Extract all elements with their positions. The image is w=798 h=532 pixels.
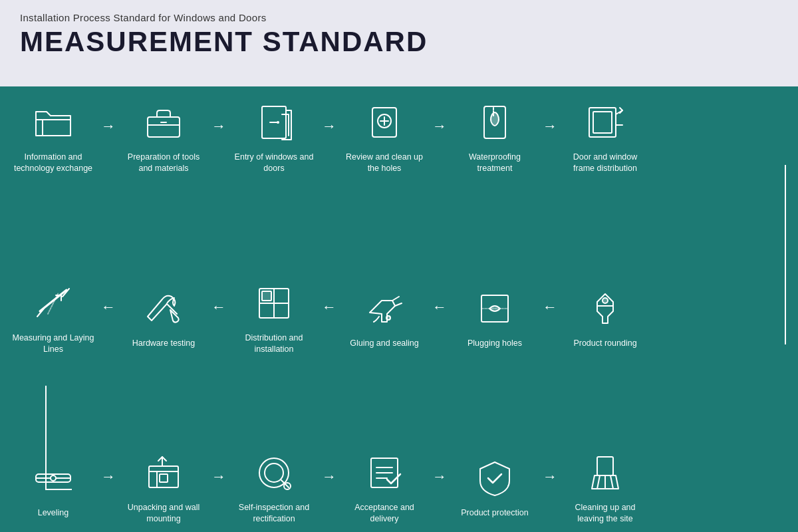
arrow: → [322, 118, 336, 135]
svg-point-23 [386, 316, 390, 320]
step-label: Leveling [38, 507, 69, 519]
step-frame-dist: Door and window frame distribution [559, 98, 652, 174]
wrench-screwdriver-icon [140, 285, 188, 332]
step-label: Door and window frame distribution [562, 152, 648, 174]
step-label: Acceptance and delivery [341, 502, 428, 525]
grid-install-icon [250, 279, 298, 327]
door-entry-icon [250, 98, 298, 146]
step-label: Entry of windows and doors [231, 152, 317, 174]
folder-icon [29, 98, 77, 146]
waterproof-icon [471, 98, 519, 146]
arrow: ← [322, 299, 336, 316]
frame-export-icon [581, 98, 629, 146]
step-label: Measuring and Laying Lines [10, 332, 96, 355]
svg-point-27 [602, 298, 608, 303]
step-acceptance: Acceptance and delivery [338, 449, 431, 525]
step-rounding: Product rounding [559, 285, 652, 349]
svg-line-45 [610, 475, 613, 489]
arrow: → [543, 118, 557, 135]
ruler-cross-icon [29, 279, 77, 327]
step-prep-tools: Preparation of tools and materials [117, 98, 210, 174]
header-title: MEASUREMENT STANDARD [20, 26, 778, 58]
flow-row-3: Leveling → Unpacking and wall mounting →… [7, 449, 652, 525]
step-protection: Product protection [448, 454, 541, 519]
svg-rect-1 [148, 117, 180, 137]
step-label: Review and clean up the holes [341, 152, 428, 174]
step-gluing: Gluing and sealing [338, 285, 431, 349]
connector-vert-1 [785, 165, 786, 344]
header: Installation Process Standard for Window… [0, 0, 798, 86]
arrow: → [211, 468, 226, 485]
arrow: → [101, 118, 116, 135]
svg-rect-33 [160, 474, 168, 482]
arrow: → [432, 118, 447, 135]
step-distribution: Distribution and installation [227, 279, 321, 355]
arrow: → [211, 118, 226, 135]
step-measuring: Measuring and Laying Lines [7, 279, 100, 355]
step-label: Hardware testing [132, 338, 196, 349]
plug-hole-icon [471, 285, 519, 332]
step-label: Cleaning up and leaving the site [562, 502, 648, 525]
arrow: → [543, 468, 557, 485]
pin-round-icon [581, 285, 629, 332]
svg-point-29 [51, 475, 56, 481]
flow-row-2: Measuring and Laying Lines ← Hardware te… [7, 279, 652, 355]
arrow: ← [543, 299, 557, 316]
level-icon [29, 454, 77, 502]
step-label: Product rounding [573, 338, 636, 349]
step-label: Unpacking and wall mounting [120, 502, 207, 525]
magnifier-icon [360, 98, 408, 146]
arrow: ← [432, 299, 447, 316]
svg-point-5 [277, 121, 279, 124]
arrow: ← [211, 299, 226, 316]
step-hardware: Hardware testing [117, 285, 210, 349]
step-leveling: Leveling [7, 454, 100, 519]
step-label: Product protection [461, 507, 528, 519]
svg-line-43 [597, 475, 600, 489]
arrow: ← [101, 299, 116, 316]
glue-gun-icon [360, 285, 408, 332]
step-label: Distribution and installation [231, 332, 317, 355]
svg-rect-32 [149, 466, 178, 487]
step-unpacking: Unpacking and wall mounting [117, 449, 210, 525]
step-review-holes: Review and clean up the holes [338, 98, 431, 174]
step-info-tech: Information and technology exchange [7, 98, 100, 174]
step-plugging: Plugging holes [448, 285, 541, 349]
step-waterproofing: Waterproofing treatment [448, 98, 541, 174]
step-label: Information and technology exchange [10, 152, 96, 174]
step-label: Self-inspection and rectification [231, 502, 317, 525]
arrow: → [322, 468, 336, 485]
toolbox-icon [140, 98, 188, 146]
step-label: Waterproofing treatment [452, 152, 538, 174]
broom-icon [581, 449, 629, 497]
self-inspect-icon [250, 449, 298, 497]
step-label: Preparation of tools and materials [120, 152, 207, 174]
arrow: → [432, 468, 447, 485]
svg-rect-13 [593, 112, 612, 133]
main-diagram: Information and technology exchange → Pr… [0, 86, 798, 532]
svg-rect-42 [597, 457, 613, 475]
shield-check-icon [471, 454, 519, 502]
flow-row-1: Information and technology exchange → Pr… [7, 98, 652, 174]
step-label: Gluing and sealing [350, 338, 419, 349]
step-label: Plugging holes [467, 338, 522, 349]
arrow: → [101, 468, 116, 485]
accept-icon [360, 449, 408, 497]
step-self-inspect: Self-inspection and rectification [227, 449, 321, 525]
header-subtitle: Installation Process Standard for Window… [20, 12, 778, 23]
step-entry-doors: Entry of windows and doors [227, 98, 321, 174]
unpack-icon [140, 449, 188, 497]
step-cleanup: Cleaning up and leaving the site [559, 449, 652, 525]
svg-rect-22 [262, 291, 271, 301]
